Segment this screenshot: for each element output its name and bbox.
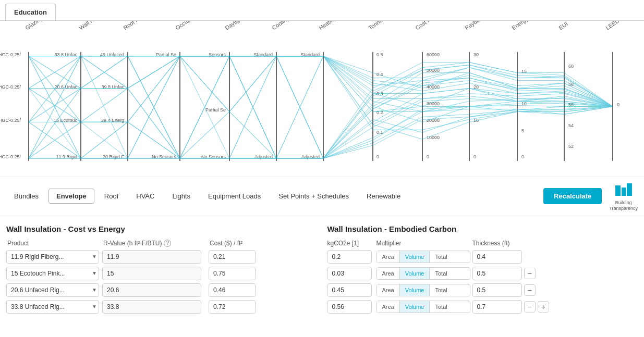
svg-text:15 Ecotouc: 15 Ecotouc: [54, 118, 77, 123]
multiplier-group-3: Area Volume Total: [376, 284, 470, 296]
svg-text:5: 5: [521, 128, 524, 133]
svg-text:Standard: Standard: [254, 52, 273, 57]
table-row: 20.6 Unfaced Rig... ▼: [6, 283, 317, 297]
kgco2-input-3[interactable]: [327, 283, 372, 297]
product-select-wrapper-2: 15 Ecotouch Pink... ▼: [6, 267, 100, 280]
product-select-1[interactable]: 11.9 Rigid Fiberg...: [6, 250, 99, 264]
left-panel: Wall Insulation - Cost vs Energy Product…: [6, 224, 317, 317]
thickness-input-4[interactable]: [472, 300, 522, 314]
svg-text:Partial Se: Partial Se: [205, 107, 226, 113]
multiplier-group-1: Area Volume Total: [376, 251, 470, 263]
remove-row-btn-4[interactable]: −: [524, 301, 536, 313]
svg-text:54: 54: [568, 123, 574, 128]
total-btn-1[interactable]: Total: [430, 251, 452, 263]
add-row-btn[interactable]: +: [538, 301, 549, 313]
building-transparency-logo: Building Transparency: [609, 181, 638, 211]
svg-text:SHGC-0.25/: SHGC-0.25/: [0, 118, 21, 123]
svg-text:10000: 10000: [427, 135, 440, 140]
left-table-headers: Product R-Value (h ft² F/BTU) ? Cost ($)…: [6, 240, 317, 247]
volume-btn-2[interactable]: Volume: [400, 268, 430, 279]
area-btn-4[interactable]: Area: [377, 301, 400, 313]
top-tab-bar: Education: [0, 0, 644, 21]
svg-text:Standard: Standard: [301, 52, 320, 57]
tab-education[interactable]: Education: [5, 4, 56, 20]
table-row: Area Volume Total − +: [327, 300, 638, 314]
svg-text:Adjusted: Adjusted: [301, 154, 320, 159]
total-btn-2[interactable]: Total: [430, 268, 452, 279]
tab-envelope[interactable]: Envelope: [48, 189, 94, 204]
svg-text:No Sensors: No Sensors: [152, 154, 176, 159]
tab-bundles[interactable]: Bundles: [6, 189, 46, 204]
kgco2-input-4[interactable]: [327, 300, 372, 314]
svg-text:Energy Savings: Energy Savings: [511, 21, 547, 31]
thickness-input-2[interactable]: [472, 267, 522, 280]
svg-text:49 Unfaced: 49 Unfaced: [100, 52, 124, 57]
svg-text:Occupancy Senso: Occupancy Senso: [174, 21, 216, 31]
bottom-tab-bar: Bundles Envelope Roof HVAC Lights Equipm…: [0, 177, 644, 216]
table-row: Area Volume Total: [327, 250, 638, 264]
thickness-input-1[interactable]: [472, 250, 522, 264]
svg-text:Partial Se: Partial Se: [156, 52, 176, 57]
svg-text:0: 0: [427, 154, 429, 159]
chart-svg: Glazing U-Value Wall R-Value Roof R-Valu…: [0, 21, 644, 177]
svg-text:Glazing U-Value: Glazing U-Value: [24, 21, 62, 31]
svg-text:SHGC-0.25/: SHGC-0.25/: [0, 52, 21, 57]
cost-input-2[interactable]: [209, 267, 256, 280]
table-row: Area Volume Total −: [327, 283, 638, 297]
kgco2-input-2[interactable]: [327, 267, 372, 280]
rvalue-input-2[interactable]: [102, 267, 201, 280]
thickness-input-3[interactable]: [472, 283, 522, 297]
col-header-product: Product: [7, 240, 101, 247]
tab-renewable[interactable]: Renewable: [359, 189, 408, 204]
volume-btn-1[interactable]: Volume: [400, 251, 430, 263]
svg-text:TonnesCO2e: TonnesCO2e: [367, 21, 398, 31]
cost-input-1[interactable]: [209, 250, 256, 264]
svg-text:Heating Set-Poi: Heating Set-Poi: [318, 21, 354, 31]
volume-btn-3[interactable]: Volume: [400, 284, 430, 296]
svg-text:EUI: EUI: [557, 21, 569, 31]
total-btn-4[interactable]: Total: [430, 301, 452, 313]
logo-icon: [614, 181, 633, 200]
area-btn-1[interactable]: Area: [377, 251, 400, 263]
tab-hvac[interactable]: HVAC: [128, 189, 162, 204]
table-row: 11.9 Rigid Fiberg... ▼: [6, 250, 317, 264]
svg-text:SHGC-0.25/: SHGC-0.25/: [0, 84, 21, 90]
cost-input-3[interactable]: [209, 283, 256, 297]
rvalue-input-3[interactable]: [102, 283, 201, 297]
area-btn-2[interactable]: Area: [377, 268, 400, 279]
svg-text:60000: 60000: [427, 52, 440, 57]
tab-roof[interactable]: Roof: [96, 189, 126, 204]
multiplier-group-2: Area Volume Total: [376, 267, 470, 280]
svg-text:Adjusted: Adjusted: [254, 154, 273, 159]
rvalue-input-4[interactable]: [102, 300, 201, 314]
svg-text:0: 0: [376, 154, 379, 159]
volume-btn-4[interactable]: Volume: [400, 301, 430, 313]
svg-text:0: 0: [473, 154, 476, 159]
svg-text:SHGC-0.25/: SHGC-0.25/: [0, 154, 21, 159]
recalculate-button[interactable]: Recalculate: [543, 188, 602, 204]
svg-text:29.4 Energ: 29.4 Energ: [101, 118, 124, 123]
total-btn-3[interactable]: Total: [430, 284, 452, 296]
tab-equipment-loads[interactable]: Equipment Loads: [200, 189, 269, 204]
remove-row-btn-2[interactable]: −: [524, 268, 536, 279]
svg-text:Wall R-Value: Wall R-Value: [78, 21, 108, 31]
product-select-wrapper-3: 20.6 Unfaced Rig... ▼: [6, 283, 100, 297]
area-btn-3[interactable]: Area: [377, 284, 400, 296]
kgco2-input-1[interactable]: [327, 250, 372, 264]
row-actions-3: −: [524, 284, 555, 296]
cost-input-4[interactable]: [209, 300, 256, 314]
product-select-wrapper-4: 33.8 Unfaced Rig... ▼: [6, 300, 100, 314]
rvalue-help-icon[interactable]: ?: [164, 240, 171, 247]
product-select-4[interactable]: 33.8 Unfaced Rig...: [6, 300, 99, 314]
remove-row-btn-3[interactable]: −: [524, 284, 536, 296]
product-select-3[interactable]: 20.6 Unfaced Rig...: [6, 283, 99, 297]
svg-text:39.8 Unfac: 39.8 Unfac: [102, 84, 125, 90]
tab-set-points[interactable]: Set Points + Schedules: [271, 189, 357, 204]
svg-text:0: 0: [617, 102, 619, 107]
svg-text:Sensors: Sensors: [209, 52, 226, 57]
parallel-coordinates-chart: Glazing U-Value Wall R-Value Roof R-Valu…: [0, 21, 644, 177]
product-select-2[interactable]: 15 Ecotouch Pink...: [6, 267, 99, 280]
svg-text:33.8 Unfac: 33.8 Unfac: [55, 52, 78, 57]
rvalue-input-1[interactable]: [102, 250, 201, 264]
tab-lights[interactable]: Lights: [164, 189, 198, 204]
